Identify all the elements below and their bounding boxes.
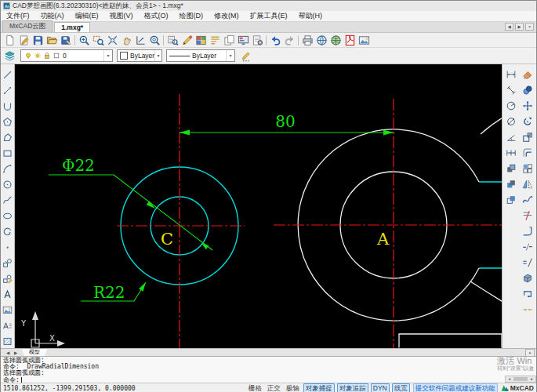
draw-line-icon[interactable] bbox=[1, 67, 14, 82]
doc-tab-2[interactable]: 1.mxg* bbox=[54, 22, 90, 32]
offset-icon[interactable] bbox=[521, 145, 535, 161]
save-icon[interactable] bbox=[31, 34, 45, 47]
new-file-icon[interactable] bbox=[2, 34, 16, 47]
layers-stack-icon[interactable] bbox=[2, 49, 16, 63]
draw-rect-icon[interactable] bbox=[1, 145, 14, 161]
array-icon[interactable] bbox=[521, 161, 535, 176]
erase-icon[interactable] bbox=[521, 67, 535, 82]
chamfer-icon[interactable] bbox=[521, 255, 535, 270]
status-toggle-2[interactable]: 正交 bbox=[266, 384, 282, 392]
swatch-icon[interactable] bbox=[52, 51, 60, 60]
status-toggle-6[interactable]: DYN bbox=[371, 383, 390, 392]
draw-polyline-icon[interactable] bbox=[1, 129, 14, 145]
lock-icon[interactable] bbox=[42, 51, 51, 60]
menu-item-4[interactable]: 视图(V) bbox=[104, 11, 139, 21]
edit-pline-icon[interactable] bbox=[521, 286, 535, 302]
print-icon[interactable] bbox=[300, 34, 314, 47]
box-3d-icon[interactable] bbox=[521, 270, 535, 286]
rotate-icon[interactable] bbox=[521, 114, 535, 129]
feedback-link[interactable]: 提交软件问题或建议新功能 bbox=[413, 383, 498, 392]
layout-next-button[interactable]: ▶ bbox=[12, 350, 20, 355]
undo-icon[interactable] bbox=[268, 34, 282, 47]
mirror-icon[interactable] bbox=[521, 176, 535, 192]
chevron-down-icon[interactable]: ▾ bbox=[103, 50, 112, 61]
color-select[interactable]: ByLayer ▾ bbox=[117, 49, 162, 62]
drawing-canvas[interactable]: 80 Φ22 R22 C A Y X bbox=[15, 64, 503, 348]
extend-icon[interactable] bbox=[521, 223, 535, 239]
image-export-icon[interactable] bbox=[357, 34, 371, 47]
zoom-object-icon[interactable] bbox=[147, 34, 161, 47]
status-toggle-7[interactable]: 线宽 bbox=[392, 383, 410, 392]
draw-mtext-icon[interactable] bbox=[1, 318, 14, 333]
draw-ellipse-icon[interactable] bbox=[1, 208, 14, 223]
block-create-icon[interactable] bbox=[1, 270, 14, 286]
copy-doc-icon[interactable] bbox=[222, 34, 236, 47]
redo-icon[interactable] bbox=[282, 34, 296, 47]
scroll-left-icon[interactable]: ◀ bbox=[506, 377, 513, 381]
copy-icon[interactable] bbox=[521, 82, 535, 98]
open-folder-icon[interactable] bbox=[45, 34, 59, 47]
menu-item-6[interactable]: 绘图(D) bbox=[174, 11, 209, 21]
dim-radius-icon[interactable] bbox=[503, 98, 518, 114]
zoom-extents-icon[interactable] bbox=[105, 34, 119, 47]
draw-hatch-icon[interactable] bbox=[1, 333, 14, 349]
dim-baseline-icon[interactable] bbox=[503, 176, 518, 192]
display-settings-icon[interactable] bbox=[236, 34, 250, 47]
menu-item-7[interactable]: 修改(M) bbox=[209, 11, 245, 21]
pencil-draw-icon[interactable] bbox=[180, 34, 194, 47]
break-icon[interactable] bbox=[521, 239, 535, 255]
draw-arc-icon[interactable] bbox=[1, 161, 14, 176]
draw-spline-icon[interactable] bbox=[1, 192, 14, 208]
scale-icon[interactable] bbox=[521, 129, 535, 145]
menu-item-5[interactable]: 格式(O) bbox=[139, 11, 174, 21]
trim-icon[interactable] bbox=[521, 208, 535, 223]
dim-quick-icon[interactable] bbox=[503, 161, 518, 176]
dim-edit-icon[interactable] bbox=[503, 192, 518, 208]
sun-icon[interactable] bbox=[33, 51, 42, 60]
status-toggle-5[interactable]: 对象追踪 bbox=[337, 383, 368, 392]
dim-linear-icon[interactable] bbox=[503, 67, 518, 82]
draw-settings-icon[interactable] bbox=[239, 49, 253, 63]
draw-xline-icon[interactable] bbox=[1, 82, 14, 98]
scroll-up-button[interactable]: ▲ bbox=[525, 349, 535, 357]
text-style-icon[interactable] bbox=[208, 34, 222, 47]
draw-circle-icon[interactable] bbox=[1, 176, 14, 192]
open-edit-icon[interactable] bbox=[16, 34, 31, 47]
color-table-icon[interactable] bbox=[194, 34, 208, 47]
dim-angular-icon[interactable] bbox=[503, 129, 518, 145]
doc-settings-icon[interactable] bbox=[250, 34, 264, 47]
status-toggle-4[interactable]: 对象捕捉 bbox=[303, 383, 335, 392]
pan-hand-icon[interactable] bbox=[119, 34, 133, 47]
horizontal-scrollbar[interactable]: ◀ ▶ bbox=[505, 376, 536, 383]
draw-arc-u-icon[interactable] bbox=[1, 98, 14, 114]
zoom-in-icon[interactable] bbox=[77, 34, 91, 47]
find-icon[interactable] bbox=[165, 34, 180, 47]
dim-aligned-icon[interactable] bbox=[503, 82, 518, 98]
tab-close-button[interactable]: × bbox=[525, 23, 534, 31]
dim-continue-icon[interactable] bbox=[503, 145, 518, 161]
edit-spline-icon[interactable] bbox=[521, 192, 535, 208]
join-icon[interactable] bbox=[521, 302, 535, 318]
chevron-down-icon[interactable]: ▾ bbox=[154, 50, 161, 61]
draw-point-icon[interactable] bbox=[1, 239, 14, 255]
bulb-icon[interactable] bbox=[24, 51, 32, 60]
zoom-window-icon[interactable] bbox=[91, 34, 105, 47]
status-toggle-3[interactable]: 极轴 bbox=[285, 384, 301, 392]
draw-polygon-icon[interactable] bbox=[1, 114, 14, 129]
insert-image-icon[interactable] bbox=[1, 302, 14, 318]
save-as-icon[interactable] bbox=[59, 34, 73, 47]
draw-revcloud-icon[interactable] bbox=[1, 223, 14, 239]
tab-next-button[interactable]: ▶ bbox=[515, 23, 524, 31]
command-window[interactable]: 选择圆弧或圆:命令: _DrawRadialDimension选择圆弧或圆: 命… bbox=[1, 356, 536, 383]
menu-item-8[interactable]: 扩展工具(E) bbox=[245, 11, 293, 21]
publish-web-2-icon[interactable] bbox=[328, 34, 343, 47]
status-toggle-1[interactable]: 栅格 bbox=[247, 384, 263, 392]
publish-web-icon[interactable] bbox=[314, 34, 328, 47]
zoom-scale-icon[interactable] bbox=[133, 34, 147, 47]
pdf-export-icon[interactable] bbox=[343, 34, 357, 47]
chevron-down-icon[interactable]: ▾ bbox=[226, 50, 234, 61]
scrollbar-thumb[interactable] bbox=[513, 377, 528, 381]
layout-prev-button[interactable]: ◀ bbox=[4, 350, 12, 355]
scroll-right-icon[interactable]: ▶ bbox=[528, 377, 535, 381]
menu-item-9[interactable]: 帮助(H) bbox=[293, 11, 328, 21]
